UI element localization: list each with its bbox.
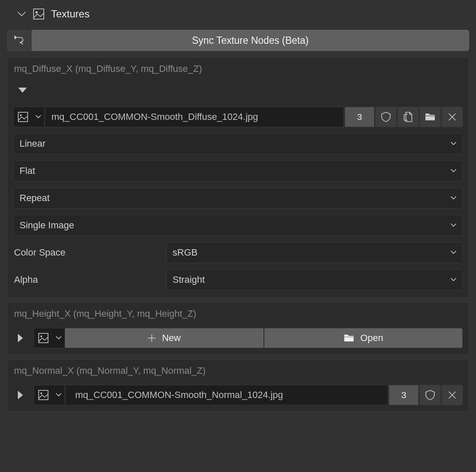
chevron-down-icon (32, 107, 44, 127)
image-datablock-dropdown[interactable] (34, 385, 65, 405)
alpha-dropdown[interactable]: Straight (166, 269, 463, 290)
normal-section: mq_Normal_X (mq_Normal_Y, mq_Normal_Z) m… (7, 359, 469, 412)
interpolation-dropdown[interactable]: Linear (13, 133, 463, 154)
source-value: Single Image (20, 220, 74, 231)
close-icon (448, 113, 456, 121)
sync-button[interactable]: Sync Texture Nodes (Beta) (31, 30, 469, 51)
new-file-icon (403, 111, 413, 122)
sync-bar: Sync Texture Nodes (Beta) (7, 30, 469, 51)
chevron-down-icon (450, 278, 456, 282)
color-space-label: Color Space (13, 247, 166, 258)
close-icon (448, 391, 456, 399)
chevron-down-icon (53, 328, 65, 348)
svg-point-18 (40, 392, 42, 394)
chevron-down-icon (450, 223, 456, 227)
panel-header[interactable]: Textures (4, 4, 472, 30)
shield-icon (381, 111, 391, 122)
diffuse-section: mq_Diffuse_X (mq_Diffuse_Y, mq_Diffuse_Z… (7, 57, 469, 298)
new-image-button[interactable]: New (65, 328, 264, 348)
svg-rect-0 (34, 9, 44, 19)
new-button-label: New (162, 333, 181, 344)
shield-icon (425, 390, 435, 401)
chevron-down-icon (17, 11, 26, 17)
svg-point-1 (36, 11, 38, 14)
svg-marker-9 (18, 334, 23, 342)
chevron-down-icon (450, 250, 456, 255)
projection-dropdown[interactable]: Flat (13, 160, 463, 182)
projection-value: Flat (20, 165, 35, 176)
image-datablock-dropdown[interactable] (34, 328, 65, 348)
unlink-image-button[interactable] (442, 385, 463, 405)
svg-point-4 (20, 114, 22, 116)
diffuse-disclosure[interactable] (15, 83, 30, 98)
alpha-label: Alpha (13, 274, 166, 285)
source-dropdown[interactable]: Single Image (13, 215, 463, 236)
extension-value: Repeat (20, 193, 50, 204)
svg-rect-6 (425, 116, 435, 120)
interpolation-value: Linear (20, 138, 45, 149)
height-section-title: mq_Height_X (mq_Height_Y, mq_Height_Z) (13, 308, 463, 319)
image-datablock-dropdown[interactable] (13, 107, 45, 127)
color-space-dropdown[interactable]: sRGB (166, 242, 463, 263)
alpha-value: Straight (173, 274, 205, 285)
normal-section-title: mq_Normal_X (mq_Normal_Y, mq_Normal_Z) (13, 365, 463, 376)
unlink-image-button[interactable] (442, 107, 463, 127)
svg-marker-16 (18, 391, 23, 399)
chevron-down-icon (450, 196, 456, 200)
chevron-down-icon (450, 142, 456, 146)
plus-icon (147, 334, 156, 342)
fake-user-button[interactable] (419, 385, 441, 405)
svg-point-11 (40, 336, 42, 337)
image-icon (34, 385, 53, 405)
normal-filename-input[interactable]: mq_CC001_COMMON-Smooth_Normal_1024.jpg (66, 385, 388, 405)
diffuse-section-title: mq_Diffuse_X (mq_Diffuse_Y, mq_Diffuse_Z… (13, 63, 463, 74)
panel-title: Textures (51, 8, 90, 20)
sync-button-label: Sync Texture Nodes (Beta) (192, 35, 309, 46)
alpha-row: Alpha Straight (13, 269, 463, 290)
folder-icon (425, 112, 436, 122)
normal-disclosure[interactable] (13, 387, 28, 403)
textures-icon (32, 8, 45, 20)
diffuse-image-row: mq_CC001_COMMON-Smooth_Diffuse_1024.jpg … (13, 107, 463, 127)
color-space-row: Color Space sRGB (13, 242, 463, 263)
image-icon (14, 107, 32, 127)
new-image-button[interactable] (397, 107, 419, 127)
height-disclosure[interactable] (13, 330, 28, 346)
svg-rect-15 (344, 337, 354, 341)
folder-icon (343, 333, 354, 343)
height-image-row: New Open (34, 328, 463, 348)
open-image-button[interactable]: Open (264, 328, 463, 348)
color-space-value: sRGB (173, 247, 198, 258)
extension-dropdown[interactable]: Repeat (13, 188, 463, 209)
image-icon (34, 328, 53, 348)
open-button-label: Open (360, 333, 383, 344)
height-section: mq_Height_X (mq_Height_Y, mq_Height_Z) N… (7, 302, 469, 355)
svg-marker-2 (18, 88, 27, 93)
open-image-button[interactable] (419, 107, 441, 127)
fake-user-button[interactable] (375, 107, 397, 127)
diffuse-users-count[interactable]: 3 (345, 107, 374, 127)
normal-users-count[interactable]: 3 (389, 385, 419, 405)
chevron-down-icon (53, 385, 65, 405)
chevron-down-icon (450, 169, 456, 173)
diffuse-filename-input[interactable]: mq_CC001_COMMON-Smooth_Diffuse_1024.jpg (45, 107, 344, 127)
sync-icon[interactable] (7, 30, 31, 51)
